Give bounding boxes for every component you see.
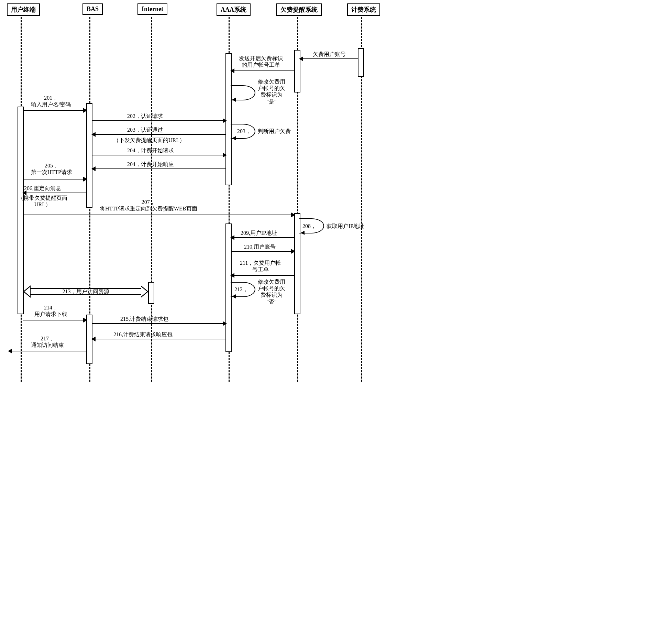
label-203txt: 判断用户欠费	[258, 128, 291, 134]
label-217: 217， 通知访问结束	[31, 335, 64, 348]
label-204b: 204，计费开始响应	[127, 161, 174, 167]
arrow-201	[23, 110, 87, 111]
label-215: 215,计费结束请求包	[120, 316, 168, 322]
arrow-202	[92, 120, 226, 121]
sequence-diagram: 用户终端 BAS Internet AAA系统 欠费提醒系统 计费系统 欠费用户…	[3, 3, 388, 382]
participant-user: 用户终端	[7, 3, 40, 16]
arrow-204a	[92, 155, 226, 155]
label-m0b: 发送开启欠费标识 的用户帐号工单	[239, 55, 283, 68]
label-203b: （下发欠费提醒页面的URL）	[113, 137, 185, 143]
label-213: 213，用户访问资源	[31, 288, 141, 295]
arrow-207	[23, 215, 295, 215]
label-209: 209,用户IP地址	[241, 230, 277, 236]
label-216: 216,计费结束请求响应包	[113, 331, 173, 338]
arrow-reminder-to-aaa-open	[231, 70, 295, 71]
label-208txt: 获取用户IP地址	[327, 223, 364, 229]
arrow-204b	[92, 168, 226, 169]
selfloop-flag-yes	[231, 85, 255, 100]
arrow-billing-to-reminder	[300, 58, 358, 59]
label-201: 201， 输入用户名/密码	[31, 95, 71, 108]
activation-user	[18, 107, 24, 314]
label-212txt: 修改欠费用 户帐号的欠 费标识为 "否"	[258, 279, 285, 305]
participant-reminder: 欠费提醒系统	[276, 3, 322, 16]
arrow-210	[231, 251, 295, 252]
arrow-215	[92, 323, 226, 324]
block-arrow-213: 213，用户访问资源	[23, 285, 148, 298]
label-212num: 212，	[234, 286, 248, 293]
label-210: 210,用户账号	[244, 243, 276, 250]
arrow-205	[23, 179, 87, 179]
arrow-214	[23, 320, 87, 320]
label-203num: 203，	[237, 128, 251, 134]
participant-bas: BAS	[82, 3, 103, 15]
activation-bas-1	[86, 103, 92, 208]
arrow-216	[92, 339, 226, 339]
label-m0a: 欠费用户账号	[313, 51, 346, 57]
label-207: 207， 将HTTP请求重定向到欠费提醒WEB页面	[100, 199, 197, 212]
participant-billing: 计费系统	[347, 3, 380, 16]
arrow-211	[231, 275, 295, 276]
arrow-206	[23, 193, 87, 193]
label-211: 211，欠费用户帐 号工单	[240, 260, 281, 273]
arrow-217	[9, 351, 87, 351]
label-203: 203，认证通过	[127, 127, 163, 133]
arrow-203	[92, 134, 226, 135]
label-202: 202，认证请求	[127, 113, 163, 119]
participant-aaa: AAA系统	[217, 3, 251, 16]
label-208num: 208，	[302, 223, 316, 229]
label-loop1: 修改欠费用 户帐号的欠 费标识为 "是"	[258, 78, 285, 105]
participant-internet: Internet	[137, 3, 167, 15]
label-205: 205， 第一次HTTP请求	[31, 162, 72, 175]
activation-billing	[358, 48, 364, 77]
label-214: 214， 用户请求下线	[34, 304, 67, 317]
label-206b: （携带欠费提醒页面 URL）	[18, 195, 67, 208]
arrow-209	[231, 237, 295, 238]
label-206: 206,重定向消息	[24, 185, 61, 192]
activation-internet	[148, 282, 154, 304]
label-204a: 204，计费开始请求	[127, 147, 174, 154]
